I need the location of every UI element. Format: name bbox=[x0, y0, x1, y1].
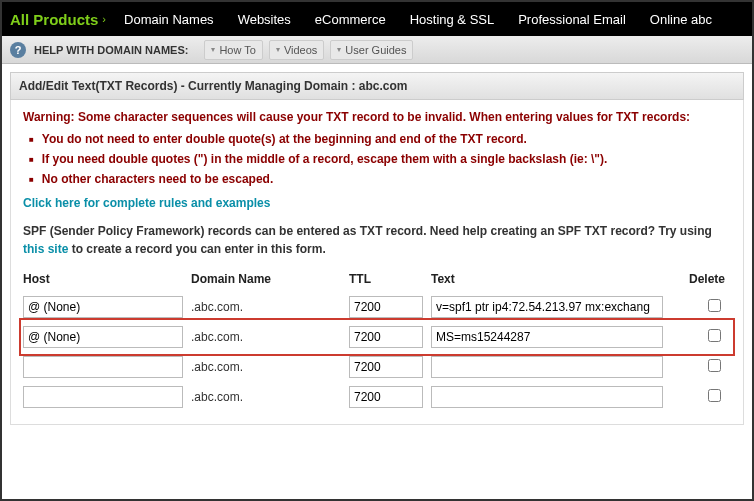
help-videos-dropdown[interactable]: ▾Videos bbox=[269, 40, 324, 60]
host-input[interactable] bbox=[23, 326, 183, 348]
nav-online-abc[interactable]: Online abc bbox=[650, 12, 712, 27]
col-text: Text bbox=[431, 272, 663, 286]
nav-domain-names[interactable]: Domain Names bbox=[124, 12, 214, 27]
host-input[interactable] bbox=[23, 386, 183, 408]
help-howto-dropdown[interactable]: ▾How To bbox=[204, 40, 262, 60]
col-delete: Delete bbox=[671, 272, 731, 286]
table-row: .abc.com. bbox=[23, 322, 731, 352]
ttl-input[interactable] bbox=[349, 386, 423, 408]
rules-examples-link[interactable]: Click here for complete rules and exampl… bbox=[23, 196, 270, 210]
domain-label: .abc.com. bbox=[191, 330, 341, 344]
nav-websites[interactable]: Websites bbox=[238, 12, 291, 27]
help-userguides-dropdown[interactable]: ▾User Guides bbox=[330, 40, 413, 60]
warning-item: No other characters need to be escaped. bbox=[29, 172, 731, 186]
nav-hosting-ssl[interactable]: Hosting & SSL bbox=[410, 12, 495, 27]
brand-label[interactable]: All Products bbox=[10, 11, 98, 28]
table-row: .abc.com. bbox=[23, 292, 731, 322]
text-input[interactable] bbox=[431, 356, 663, 378]
warning-item: If you need double quotes (") in the mid… bbox=[29, 152, 731, 166]
delete-checkbox[interactable] bbox=[708, 359, 721, 372]
top-nav: All Products › Domain Names Websites eCo… bbox=[2, 2, 752, 36]
col-ttl: TTL bbox=[349, 272, 423, 286]
nav-ecommerce[interactable]: eCommerce bbox=[315, 12, 386, 27]
text-input[interactable] bbox=[431, 326, 663, 348]
domain-label: .abc.com. bbox=[191, 300, 341, 314]
text-input[interactable] bbox=[431, 296, 663, 318]
table-row: .abc.com. bbox=[23, 382, 731, 412]
warning-list: You do not need to enter double quote(s)… bbox=[23, 132, 731, 186]
delete-checkbox[interactable] bbox=[708, 389, 721, 402]
delete-checkbox[interactable] bbox=[708, 329, 721, 342]
warning-heading: Warning: Some character sequences will c… bbox=[23, 110, 731, 124]
host-input[interactable] bbox=[23, 296, 183, 318]
spf-help-text: SPF (Sender Policy Framework) records ca… bbox=[23, 222, 731, 258]
domain-label: .abc.com. bbox=[191, 390, 341, 404]
delete-checkbox[interactable] bbox=[708, 299, 721, 312]
domain-label: .abc.com. bbox=[191, 360, 341, 374]
nav-professional-email[interactable]: Professional Email bbox=[518, 12, 626, 27]
col-host: Host bbox=[23, 272, 183, 286]
ttl-input[interactable] bbox=[349, 356, 423, 378]
caret-down-icon: ▾ bbox=[337, 45, 341, 54]
ttl-input[interactable] bbox=[349, 326, 423, 348]
spf-site-link[interactable]: this site bbox=[23, 242, 68, 256]
caret-down-icon: ▾ bbox=[276, 45, 280, 54]
help-bar: ? HELP WITH DOMAIN NAMES: ▾How To ▾Video… bbox=[2, 36, 752, 64]
table-row: .abc.com. bbox=[23, 352, 731, 382]
host-input[interactable] bbox=[23, 356, 183, 378]
txt-records-table: Host Domain Name TTL Text Delete .abc.co… bbox=[23, 270, 731, 412]
chevron-right-icon: › bbox=[102, 13, 106, 25]
caret-down-icon: ▾ bbox=[211, 45, 215, 54]
col-domain: Domain Name bbox=[191, 272, 341, 286]
panel-title: Add/Edit Text(TXT Records) - Currently M… bbox=[10, 72, 744, 100]
help-icon: ? bbox=[10, 42, 26, 58]
warning-item: You do not need to enter double quote(s)… bbox=[29, 132, 731, 146]
ttl-input[interactable] bbox=[349, 296, 423, 318]
text-input[interactable] bbox=[431, 386, 663, 408]
help-label: HELP WITH DOMAIN NAMES: bbox=[34, 44, 188, 56]
